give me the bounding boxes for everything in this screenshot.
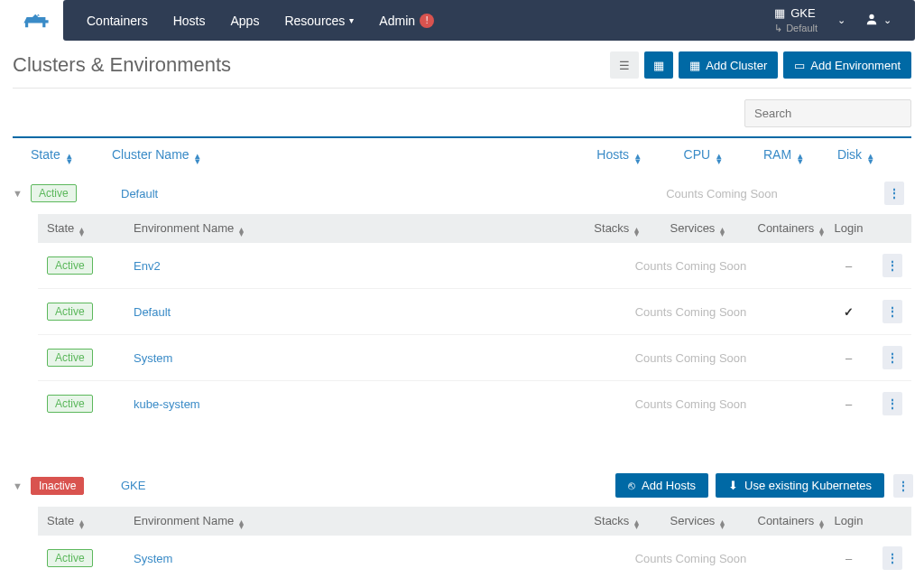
- env-link[interactable]: Env2: [134, 259, 161, 273]
- stack-icon: ▦: [774, 6, 785, 22]
- counts-placeholder: Counts Coming Soon: [559, 187, 884, 200]
- row-actions-menu[interactable]: ⋮: [884, 182, 904, 205]
- user-icon: [865, 13, 878, 28]
- ecol-containers[interactable]: Containers ▴▾: [758, 221, 825, 235]
- tag-icon: ⎋: [628, 479, 635, 492]
- col-disk[interactable]: Disk ▴▾: [837, 147, 873, 162]
- user-menu[interactable]: ⌄: [853, 13, 904, 28]
- env-link[interactable]: kube-system: [134, 397, 200, 411]
- nav-apps[interactable]: Apps: [218, 0, 273, 41]
- use-kubernetes-button[interactable]: ⬇Use existing Kubernetes: [716, 473, 884, 498]
- ecol-stacks[interactable]: Stacks ▴▾: [594, 221, 639, 235]
- env-row: Active System Counts Coming Soon – ⋮: [38, 335, 911, 381]
- ecol-login: Login: [824, 514, 873, 528]
- counts-placeholder: Counts Coming Soon: [558, 397, 824, 411]
- row-actions-menu[interactable]: ⋮: [882, 300, 902, 323]
- row-actions-menu[interactable]: ⋮: [882, 254, 902, 277]
- row-actions-menu[interactable]: ⋮: [882, 546, 902, 570]
- state-badge: Active: [31, 184, 77, 202]
- env-link[interactable]: System: [134, 351, 172, 365]
- nav-containers[interactable]: Containers: [74, 0, 161, 41]
- grid-icon: ▦: [653, 59, 664, 72]
- cluster-icon: ▦: [689, 59, 700, 72]
- sort-icon: ▴▾: [79, 519, 84, 528]
- env-table-header: State ▴▾ Environment Name ▴▾ Stacks ▴▾ S…: [38, 214, 911, 243]
- search-input[interactable]: [744, 99, 911, 127]
- return-icon: ↳: [774, 22, 782, 34]
- ecol-services[interactable]: Services ▴▾: [670, 514, 725, 527]
- list-icon: ☰: [619, 59, 630, 72]
- cluster-table-header: State ▴▾ Cluster Name ▴▾ Hosts ▴▾ CPU ▴▾…: [13, 136, 911, 172]
- ecol-stacks[interactable]: Stacks ▴▾: [594, 514, 639, 527]
- sort-icon: ▴▾: [79, 227, 84, 236]
- sort-icon: ▴▾: [67, 153, 72, 163]
- ecol-state[interactable]: State ▴▾: [47, 514, 84, 527]
- col-hosts[interactable]: Hosts ▴▾: [596, 147, 641, 162]
- sort-icon: ▴▾: [239, 519, 244, 528]
- sort-icon: ▴▾: [868, 153, 873, 163]
- view-grid-button[interactable]: ▦: [644, 51, 673, 79]
- col-cluster-name[interactable]: Cluster Name ▴▾: [112, 147, 200, 162]
- ecol-state[interactable]: State ▴▾: [47, 221, 84, 235]
- env-row: Active System Counts Coming Soon – ⋮: [38, 536, 911, 578]
- login-indicator: –: [845, 397, 852, 411]
- nav-hosts[interactable]: Hosts: [161, 0, 218, 41]
- cluster-row: ▼ Inactive GKE ⎋Add Hosts ⬇Use existing …: [13, 464, 911, 507]
- sort-icon: ▴▾: [239, 227, 244, 236]
- env-link[interactable]: System: [134, 552, 172, 565]
- download-icon: ⬇: [728, 479, 738, 492]
- chevron-down-icon: ▾: [349, 15, 354, 25]
- expand-toggle[interactable]: ▼: [13, 188, 31, 199]
- env-table-header: State ▴▾ Environment Name ▴▾ Stacks ▴▾ S…: [38, 507, 911, 536]
- env-row: Active kube-system Counts Coming Soon – …: [38, 381, 911, 426]
- check-icon: ✓: [844, 305, 854, 319]
- login-indicator: –: [845, 552, 852, 565]
- counts-placeholder: Counts Coming Soon: [558, 552, 824, 565]
- col-cpu[interactable]: CPU ▴▾: [684, 147, 722, 162]
- env-row: Active Env2 Counts Coming Soon – ⋮: [38, 243, 911, 289]
- ecol-login: Login: [824, 221, 873, 236]
- counts-placeholder: Counts Coming Soon: [558, 305, 824, 319]
- page-title: Clusters & Environments: [13, 53, 231, 77]
- main-nav: Containers Hosts Apps Resources▾ Admin! …: [63, 0, 915, 41]
- nav-resources[interactable]: Resources▾: [272, 0, 366, 41]
- counts-placeholder: Counts Coming Soon: [558, 259, 824, 273]
- chevron-down-icon: ⌄: [830, 14, 853, 26]
- logo[interactable]: [9, 0, 63, 41]
- state-badge: Active: [47, 549, 93, 567]
- alert-badge: !: [420, 14, 434, 28]
- counts-placeholder: Counts Coming Soon: [558, 351, 824, 365]
- ecol-containers[interactable]: Containers ▴▾: [758, 514, 825, 527]
- sort-icon: ▴▾: [195, 153, 200, 163]
- ecol-name[interactable]: Environment Name ▴▾: [134, 514, 244, 527]
- folder-icon: ▭: [794, 59, 805, 72]
- svg-point-0: [869, 14, 873, 19]
- cluster-link[interactable]: GKE: [121, 479, 145, 492]
- cluster-row: ▼ Active Default Counts Coming Soon ⋮: [13, 172, 911, 214]
- chevron-down-icon: ⌄: [883, 14, 892, 26]
- add-hosts-button[interactable]: ⎋Add Hosts: [615, 473, 708, 498]
- env-row: Active Default Counts Coming Soon ✓ ⋮: [38, 289, 911, 335]
- environment-selector[interactable]: ▦GKE ↳Default: [762, 6, 830, 34]
- cluster-link[interactable]: Default: [121, 187, 158, 200]
- state-badge: Active: [47, 303, 93, 321]
- ecol-services[interactable]: Services ▴▾: [670, 221, 725, 235]
- expand-toggle[interactable]: ▼: [13, 480, 31, 491]
- state-badge: Active: [47, 256, 93, 275]
- row-actions-menu[interactable]: ⋮: [893, 474, 913, 498]
- col-ram[interactable]: RAM ▴▾: [763, 147, 803, 162]
- nav-admin[interactable]: Admin!: [366, 0, 447, 41]
- login-indicator: –: [845, 351, 852, 365]
- state-badge: Active: [47, 395, 93, 413]
- env-link[interactable]: Default: [134, 305, 171, 319]
- add-cluster-button[interactable]: ▦Add Cluster: [679, 51, 778, 79]
- col-state[interactable]: State ▴▾: [31, 147, 72, 162]
- row-actions-menu[interactable]: ⋮: [882, 346, 902, 369]
- ecol-name[interactable]: Environment Name ▴▾: [134, 221, 244, 235]
- state-badge: Inactive: [31, 477, 84, 495]
- row-actions-menu[interactable]: ⋮: [882, 392, 902, 415]
- login-indicator: –: [845, 259, 852, 273]
- state-badge: Active: [47, 349, 93, 367]
- view-list-button[interactable]: ☰: [610, 51, 639, 79]
- add-environment-button[interactable]: ▭Add Environment: [783, 51, 911, 79]
